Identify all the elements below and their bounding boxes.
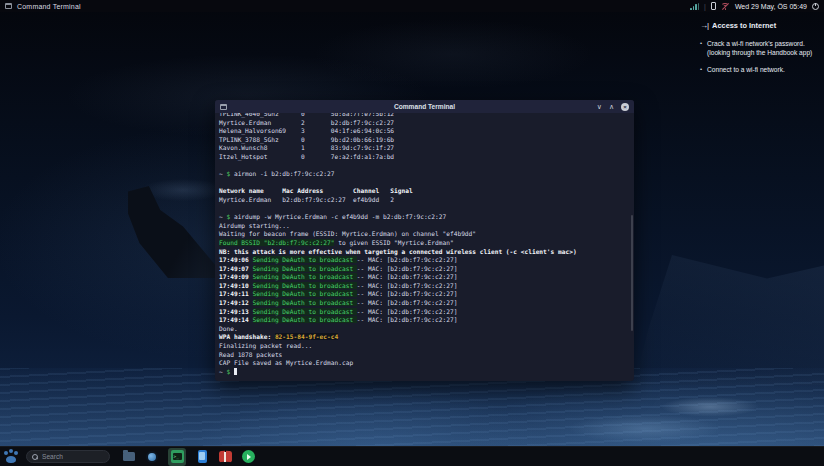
objectives-list: •Crack a wi-fi network's password. (look… xyxy=(700,39,819,74)
terminal-cursor xyxy=(234,368,237,375)
terminal-line: Done. xyxy=(219,325,630,334)
terminal-line: Myrtice.Erdman b2:db:f7:9c:c2:27 ef4b9dd… xyxy=(219,196,630,205)
terminal-line: ~ $ xyxy=(219,368,630,377)
terminal-line: CAP File saved as Myrtice.Erdman.cap xyxy=(219,359,630,368)
water-highlight xyxy=(554,382,814,444)
terminal-line: 17:49:12 Sending DeAuth to broadcast -- … xyxy=(219,299,630,308)
taskbar-apps: >_ xyxy=(122,448,255,466)
terminal-line: 17:49:13 Sending DeAuth to broadcast -- … xyxy=(219,308,630,317)
objective-item: •Connect to a wi-fi network. xyxy=(700,65,819,74)
start-logo[interactable] xyxy=(3,449,19,465)
terminal-line: ~ $ airmon -i b2:db:f7:9c:c2:27 xyxy=(219,170,630,179)
app-icon-handbook[interactable] xyxy=(218,450,232,464)
app-icon-chat[interactable] xyxy=(241,450,255,464)
menubar-app-title: Command Terminal xyxy=(17,3,81,10)
objective-text: Crack a wi-fi network's password. (looki… xyxy=(707,39,819,57)
terminal-line: Network name Mac Address Channel Signal xyxy=(219,187,630,196)
app-icon-files[interactable] xyxy=(122,450,136,464)
terminal-line: Read 1878 packets xyxy=(219,351,630,360)
taskbar: >_ xyxy=(0,446,824,466)
terminal-line: 17:49:11 Sending DeAuth to broadcast -- … xyxy=(219,290,630,299)
globe-icon xyxy=(146,451,158,463)
terminal-line: Myrtice.Erdman 2 b2:db:f7:9c:c2:27 xyxy=(219,119,630,128)
bullet-icon: • xyxy=(700,65,702,74)
terminal-scrollbar[interactable] xyxy=(631,215,633,331)
signal-icon[interactable] xyxy=(690,3,699,10)
window-icon xyxy=(5,3,12,9)
search-input[interactable] xyxy=(42,453,130,460)
search-box[interactable] xyxy=(26,450,110,463)
terminal-line: 17:49:09 Sending DeAuth to broadcast -- … xyxy=(219,273,630,282)
terminal-line: WPA handshake: 82-15-84-9f-ec-c4 xyxy=(219,333,630,342)
bullet-icon: • xyxy=(700,39,702,57)
desktop: Command Terminal | Wed 29 May, ÖS 05:49 … xyxy=(0,0,824,466)
chat-icon xyxy=(242,450,255,463)
terminal-line: ~ $ airdump -w Myrtice.Erdman -c ef4b9dd… xyxy=(219,213,630,222)
minimize-button[interactable]: ∨ xyxy=(597,103,602,110)
handbook-icon xyxy=(219,451,232,462)
terminal-line: NB: this attack is more effective when t… xyxy=(219,248,630,257)
terminal-line: Finalizing packet read... xyxy=(219,342,630,351)
objectives-panel: →| Access to Internet •Crack a wi-fi net… xyxy=(700,21,819,82)
maximize-button[interactable]: ∧ xyxy=(609,103,614,110)
iceberg-decoration xyxy=(634,255,824,385)
terminal-line xyxy=(219,162,630,171)
terminal-line: 17:49:14 Sending DeAuth to broadcast -- … xyxy=(219,316,630,325)
terminal-window-icon xyxy=(220,104,227,110)
phone-status-icon[interactable] xyxy=(711,2,716,10)
enter-arrow-icon: →| xyxy=(700,21,708,30)
wifi-off-icon[interactable] xyxy=(721,3,730,10)
app-icon-browser[interactable] xyxy=(145,450,159,464)
terminal-line: Found BSSID "b2:db:f7:9c:c2:27" to given… xyxy=(219,239,630,248)
terminal-window: Command Terminal ∨ ∧ × TPLINK_4040_5Ghz … xyxy=(215,100,634,381)
terminal-line xyxy=(219,205,630,214)
menubar-separator: | xyxy=(704,3,706,10)
phone-app-icon xyxy=(198,450,207,463)
menubar-clock[interactable]: Wed 29 May, ÖS 05:49 xyxy=(735,3,807,10)
close-button[interactable]: × xyxy=(621,103,629,111)
folder-icon xyxy=(123,452,135,461)
search-icon xyxy=(32,454,38,460)
terminal-line: Helena_Halvorson69 3 04:1f:e6:94:0c:56 xyxy=(219,127,630,136)
terminal-line: TPLINK_3788_5Ghz 0 9b:d2:0b:66:19:6b xyxy=(219,136,630,145)
menu-bar: Command Terminal | Wed 29 May, ÖS 05:49 xyxy=(0,0,824,12)
terminal-line: Airdump starting... xyxy=(219,222,630,231)
terminal-title: Command Terminal xyxy=(215,103,634,110)
objective-item: •Crack a wi-fi network's password. (look… xyxy=(700,39,819,57)
terminal-titlebar[interactable]: Command Terminal ∨ ∧ × xyxy=(215,100,634,113)
app-icon-phone[interactable] xyxy=(195,450,209,464)
terminal-line: 17:49:07 Sending DeAuth to broadcast -- … xyxy=(219,265,630,274)
objective-text: Connect to a wi-fi network. xyxy=(707,65,785,74)
terminal-line xyxy=(219,179,630,188)
terminal-output[interactable]: TPLINK_4040_5Ghz 0 5d:8a:7f:e7:5b:12Myrt… xyxy=(215,113,634,381)
terminal-line: 17:49:10 Sending DeAuth to broadcast -- … xyxy=(219,282,630,291)
objectives-title: Access to Internet xyxy=(712,21,776,30)
terminal-line: Waiting for beacon frame (ESSID: Myrtice… xyxy=(219,230,630,239)
power-icon[interactable] xyxy=(812,3,819,10)
terminal-line: Kavon.Wunsch8 1 83:9d:c7:9c:1f:27 xyxy=(219,144,630,153)
app-icon-terminal[interactable]: >_ xyxy=(168,448,186,466)
terminal-line: Itzel_Hotspot 0 7e:a2:fd:a1:7a:bd xyxy=(219,153,630,162)
terminal-line: 17:49:06 Sending DeAuth to broadcast -- … xyxy=(219,256,630,265)
terminal-icon: >_ xyxy=(171,450,184,463)
